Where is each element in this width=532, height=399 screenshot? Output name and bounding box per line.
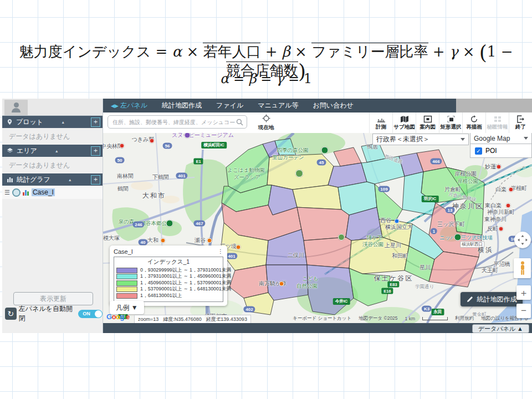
auto-close-row: ↻ 左パネルを自動開閉 ON: [5, 304, 103, 323]
sidebar-tab-strip: [2, 99, 103, 116]
zoom-in-button[interactable]: ＋: [516, 285, 531, 300]
legend-row: 1，450960001以上 ～ 1，537090001未満: [116, 280, 221, 287]
route-badge: 109: [378, 186, 390, 192]
auto-close-toggle[interactable]: ON: [78, 310, 103, 318]
keyboard-shortcuts-link[interactable]: キーボード ショートカット: [293, 315, 351, 322]
choropleth-region: [266, 265, 308, 300]
toggle-knob: [95, 310, 102, 318]
poi-marker[interactable]: [161, 238, 166, 243]
poi-marker[interactable]: [150, 139, 155, 144]
poi-marker[interactable]: [338, 234, 345, 241]
jstat-map-app-window: プロット ▲ ＋ データはありません エリア ▲ ＋ データはありません 統計グ…: [2, 99, 532, 333]
area-section-header[interactable]: エリア ▲ ＋: [2, 145, 103, 157]
pan-control[interactable]: [514, 232, 531, 248]
poi-marker[interactable]: [120, 144, 125, 149]
route-badge: 横浜町田IC: [201, 142, 227, 149]
zoom-in-label: ＋: [519, 287, 529, 299]
poi-marker[interactable]: [499, 227, 504, 232]
auto-close-refresh-icon[interactable]: ↻: [5, 308, 17, 320]
poi-marker[interactable]: [509, 187, 514, 192]
route-badge: 401: [176, 173, 187, 179]
terms-link[interactable]: 利用規約: [455, 315, 474, 322]
plot-section-title: プロット: [16, 117, 43, 127]
overview-map-button[interactable]: 案内図: [416, 112, 439, 133]
user-tab[interactable]: [4, 100, 28, 115]
plot-section-header[interactable]: プロット ▲ ＋: [2, 116, 103, 128]
collapse-arrow-icon[interactable]: ▲: [68, 178, 72, 182]
legend-table-title: インデックス_1: [116, 258, 221, 266]
legend-menu-icon[interactable]: ⋮: [218, 248, 223, 255]
coefficients-formula: α = β = γ = 1: [0, 71, 532, 86]
create-stat-map-button[interactable]: 統計地図作成: [461, 292, 523, 306]
add-area-button[interactable]: ＋: [91, 146, 100, 156]
google-logo-letter: e: [126, 313, 130, 321]
poi-marker[interactable]: [207, 238, 212, 243]
panel-toggle-item[interactable]: ◀▶ 左パネル: [111, 101, 147, 110]
menu-item-left-panel: 左パネル: [120, 101, 147, 109]
route-badge: 246: [132, 222, 144, 228]
choropleth-region: [226, 144, 269, 193]
rect-select-button[interactable]: 矩形選択: [439, 112, 462, 133]
chevron-down-icon: [524, 137, 528, 140]
redraw-button[interactable]: 再描画: [462, 112, 485, 133]
bottom-bar: データパネル ▲: [103, 323, 532, 333]
poi-marker[interactable]: [395, 219, 400, 224]
auto-close-label: 左パネルを自動開閉: [19, 304, 76, 323]
add-stat-graph-button[interactable]: ＋: [91, 175, 100, 185]
stat-graph-item-case-i[interactable]: ☰ Case_I: [2, 186, 103, 199]
latitude-value: 緯度:N35.476080: [163, 316, 202, 323]
choropleth-region: [304, 237, 351, 268]
top-menu-bar: ◀▶ 左パネル 統計地図作成 ファイル マニュアル等 お問い合わせ: [103, 99, 532, 112]
poi-marker[interactable]: [454, 234, 462, 241]
poi-marker[interactable]: [236, 245, 241, 250]
submap-button[interactable]: サブ地図: [392, 112, 416, 133]
data-panel-button[interactable]: データパネル ▲: [472, 324, 529, 333]
measure-button[interactable]: 計測: [369, 112, 392, 133]
legend-title: Case_I: [114, 248, 133, 255]
google-logo-letter: g: [120, 313, 124, 321]
poi-checkbox[interactable]: ✓: [475, 147, 482, 155]
poi-marker[interactable]: [166, 220, 173, 227]
menu-item-manual[interactable]: マニュアル等: [258, 101, 298, 110]
chart-icon: [7, 176, 13, 183]
item-menu-icon[interactable]: ☰: [4, 189, 10, 196]
legend-window[interactable]: Case_I ⋮ インデックス_1 0，930299999以上 ～ 1，3793…: [110, 245, 227, 306]
collapse-arrow-icon[interactable]: ▲: [61, 120, 65, 124]
toggle-on-label: ON: [83, 311, 90, 316]
stat-graph-section-header[interactable]: 統計グラフ ▲ ＋: [2, 173, 103, 186]
refresh-display-button[interactable]: 表示更新: [13, 292, 93, 305]
google-logo-letter: G: [106, 313, 112, 321]
poi-marker[interactable]: [321, 147, 329, 154]
basemap-dropdown[interactable]: Google Map: [470, 133, 532, 144]
map-canvas[interactable]: 中央林間つきみ野南林間下鶴間鶴間大和市泉の森瀬谷本郷公園相模大塚大和瀬谷三ツ境三…: [103, 133, 532, 323]
route-badge: 50: [115, 157, 125, 163]
current-location-button[interactable]: 現在地: [254, 114, 278, 131]
choropleth-region: [293, 185, 341, 209]
poi-marker[interactable]: [295, 170, 303, 177]
exit-button[interactable]: 終了: [509, 112, 532, 133]
measure-icon: [377, 115, 386, 123]
admin-boundary-value: 行政界＜未選択＞: [376, 135, 429, 144]
menu-item-create-stat-map[interactable]: 統計地図作成: [162, 101, 202, 110]
chevron-down-icon: [461, 138, 465, 141]
search-box[interactable]: [108, 115, 247, 129]
route-badge: 402: [243, 306, 255, 313]
collapse-arrow-icon[interactable]: ▲: [55, 149, 59, 153]
zoom-out-button[interactable]: −: [516, 304, 531, 318]
poi-marker[interactable]: [506, 203, 511, 208]
panel-toggle-icon: ◀▶: [111, 103, 119, 109]
poi-marker[interactable]: [497, 165, 502, 170]
search-input[interactable]: [108, 119, 236, 125]
pegman-icon: [519, 261, 526, 275]
route-badge: E1: [193, 158, 203, 165]
menu-item-contact[interactable]: お問い合わせ: [313, 101, 354, 110]
add-plot-button[interactable]: ＋: [91, 117, 100, 127]
legend-range-label: 1，537090001以上 ～ 1，648130001未満: [140, 286, 231, 293]
poi-marker[interactable]: [279, 282, 284, 287]
visibility-circle-icon[interactable]: [12, 188, 21, 197]
stat-graph-item-label[interactable]: Case_I: [32, 188, 55, 196]
admin-boundary-dropdown[interactable]: 行政界＜未選択＞: [372, 134, 469, 145]
menu-item-file[interactable]: ファイル: [216, 101, 243, 110]
search-icon[interactable]: [236, 119, 243, 126]
street-view-pegman[interactable]: [514, 258, 531, 278]
